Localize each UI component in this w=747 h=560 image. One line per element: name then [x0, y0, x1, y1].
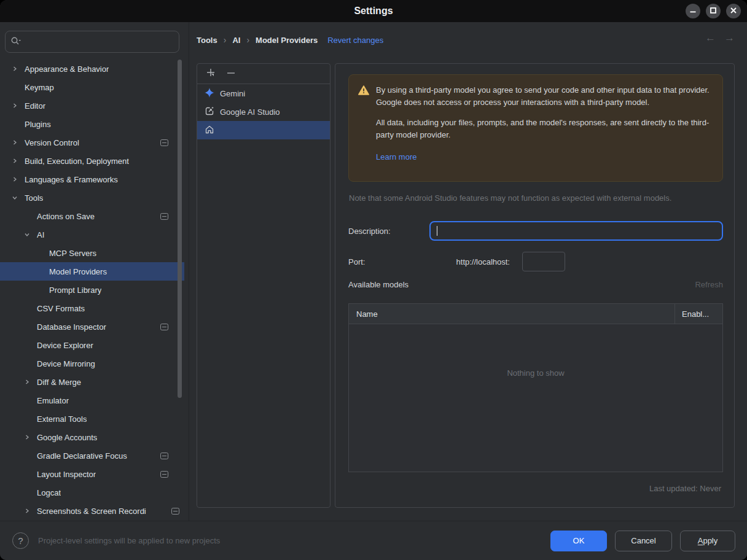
sidebar-item-appearance-behavior[interactable]: Appearance & Behavior: [0, 60, 184, 78]
sidebar-item-languages-frameworks[interactable]: Languages & Frameworks: [0, 170, 184, 189]
remove-provider-button[interactable]: [224, 67, 238, 80]
breadcrumb-separator-icon: ›: [224, 35, 227, 45]
sidebar-item-label: External Tools: [37, 414, 87, 424]
sidebar-item-database-inspector[interactable]: Database Inspector: [0, 317, 184, 336]
chevron-right-icon[interactable]: [7, 140, 22, 145]
provider-item-gemini[interactable]: Gemini: [197, 84, 330, 103]
maximize-button[interactable]: [706, 4, 721, 18]
provider-item-google-ai-studio[interactable]: Google AI Studio: [197, 103, 330, 121]
description-input[interactable]: [429, 221, 723, 241]
window-controls: [686, 4, 741, 18]
sidebar-item-label: Model Providers: [49, 267, 107, 276]
breadcrumb-model-providers[interactable]: Model Providers: [256, 36, 318, 45]
chevron-right-icon[interactable]: [20, 435, 34, 440]
chevron-right-icon[interactable]: [7, 177, 22, 182]
provider-list-panel: Gemini Google AI Studio: [197, 63, 330, 508]
breadcrumb-tools[interactable]: Tools: [197, 36, 217, 45]
sidebar-item-external-tools[interactable]: External Tools: [0, 410, 184, 428]
sidebar-item-label: AI: [37, 230, 44, 239]
chevron-down-icon[interactable]: [7, 195, 22, 200]
description-label: Description:: [348, 227, 429, 236]
project-settings-icon: [160, 139, 168, 146]
description-row: Description:: [348, 221, 723, 241]
sidebar-item-prompt-library[interactable]: Prompt Library: [0, 281, 184, 299]
chevron-down-icon[interactable]: [20, 232, 34, 237]
help-button[interactable]: ?: [12, 532, 29, 549]
settings-sidebar: Appearance & Behavior Keymap Editor Plug…: [0, 22, 189, 521]
sidebar-item-plugins[interactable]: Plugins: [0, 115, 184, 133]
sidebar-item-label: Diff & Merge: [37, 378, 81, 387]
sidebar-item-mcp-servers[interactable]: MCP Servers: [0, 244, 184, 262]
sidebar-item-ai[interactable]: AI: [0, 225, 184, 244]
sidebar-item-tools[interactable]: Tools: [0, 189, 184, 207]
sidebar-item-editor[interactable]: Editor: [0, 96, 184, 115]
cancel-button[interactable]: Cancel: [615, 531, 672, 551]
column-header-enabled[interactable]: Enabl...: [675, 304, 722, 324]
close-button[interactable]: [726, 4, 741, 18]
warning-paragraph-1: By using a third-party model you agree t…: [376, 84, 711, 109]
sidebar-item-csv-formats[interactable]: CSV Formats: [0, 299, 184, 317]
last-updated-text: Last updated: Never: [649, 484, 721, 493]
sidebar-item-google-accounts[interactable]: Google Accounts: [0, 428, 184, 446]
sidebar-item-device-explorer[interactable]: Device Explorer: [0, 336, 184, 354]
text-caret: [437, 226, 437, 236]
port-input[interactable]: [522, 252, 565, 271]
chevron-right-icon[interactable]: [7, 66, 22, 71]
project-settings-icon: [160, 471, 168, 478]
add-provider-button[interactable]: [205, 67, 218, 80]
chevron-right-icon[interactable]: [7, 158, 22, 163]
revert-changes-link[interactable]: Revert changes: [327, 36, 383, 45]
apply-button[interactable]: Apply: [680, 531, 735, 551]
search-input[interactable]: [22, 37, 174, 47]
forward-arrow-icon[interactable]: →: [724, 32, 735, 44]
warning-paragraph-2: All data, including your files, prompts,…: [376, 117, 711, 141]
sidebar-item-layout-inspector[interactable]: Layout Inspector: [0, 465, 184, 483]
chevron-right-icon[interactable]: [7, 103, 22, 108]
sidebar-item-keymap[interactable]: Keymap: [0, 78, 184, 96]
sidebar-item-label: Tools: [25, 193, 43, 203]
sidebar-item-label: Device Mirroring: [37, 359, 95, 368]
column-header-name[interactable]: Name: [349, 309, 675, 319]
sidebar-item-diff-merge[interactable]: Diff & Merge: [0, 373, 184, 391]
models-table: Name Enabl... Nothing to show: [348, 303, 723, 472]
localhost-prefix: http://localhost:: [429, 257, 510, 266]
sidebar-scrollbar[interactable]: [178, 60, 182, 398]
titlebar: Settings: [0, 0, 747, 22]
sidebar-item-label: Google Accounts: [37, 433, 97, 442]
sidebar-item-model-providers[interactable]: Model Providers: [0, 262, 184, 281]
search-field[interactable]: [5, 31, 179, 53]
minimize-button[interactable]: [686, 4, 700, 18]
sidebar-item-actions-on-save[interactable]: Actions on Save: [0, 207, 184, 225]
sidebar-item-screenshots-screen-recording[interactable]: Screenshots & Screen Recordi: [0, 502, 184, 520]
refresh-button[interactable]: Refresh: [695, 280, 723, 289]
ok-button[interactable]: OK: [550, 531, 607, 551]
ai-studio-icon: [205, 106, 214, 118]
chevron-right-icon[interactable]: [20, 508, 34, 513]
sidebar-item-label: MCP Servers: [49, 249, 96, 258]
sidebar-item-label: Keymap: [25, 83, 54, 92]
dialog-footer: ? Project-level settings will be applied…: [0, 521, 747, 560]
sidebar-item-label: Device Explorer: [37, 341, 93, 350]
back-arrow-icon[interactable]: ←: [705, 32, 716, 44]
sidebar-item-label: Screenshots & Screen Recordi: [37, 507, 146, 516]
sidebar-item-label: Actions on Save: [37, 212, 95, 221]
project-settings-icon: [160, 324, 168, 330]
sidebar-item-gradle-declarative-focus[interactable]: Gradle Declarative Focus: [0, 446, 184, 465]
learn-more-link[interactable]: Learn more: [376, 151, 417, 163]
provider-item-new[interactable]: [197, 121, 330, 139]
project-settings-icon: [171, 508, 179, 515]
project-settings-icon: [160, 453, 168, 459]
history-nav: ← →: [705, 32, 735, 44]
sidebar-item-label: Build, Execution, Deployment: [25, 157, 129, 166]
plus-icon: [206, 68, 217, 80]
sidebar-item-build-execution-deployment[interactable]: Build, Execution, Deployment: [0, 152, 184, 170]
sidebar-item-logcat[interactable]: Logcat: [0, 483, 184, 502]
breadcrumb-ai[interactable]: AI: [232, 36, 240, 45]
sidebar-item-version-control[interactable]: Version Control: [0, 133, 184, 152]
chevron-right-icon[interactable]: [20, 379, 34, 384]
dialog-buttons: OK Cancel Apply: [550, 531, 735, 551]
sidebar-item-emulator[interactable]: Emulator: [0, 391, 184, 410]
sidebar-item-device-mirroring[interactable]: Device Mirroring: [0, 354, 184, 373]
maximize-icon: [710, 7, 717, 16]
available-models-label: Available models: [348, 280, 409, 289]
